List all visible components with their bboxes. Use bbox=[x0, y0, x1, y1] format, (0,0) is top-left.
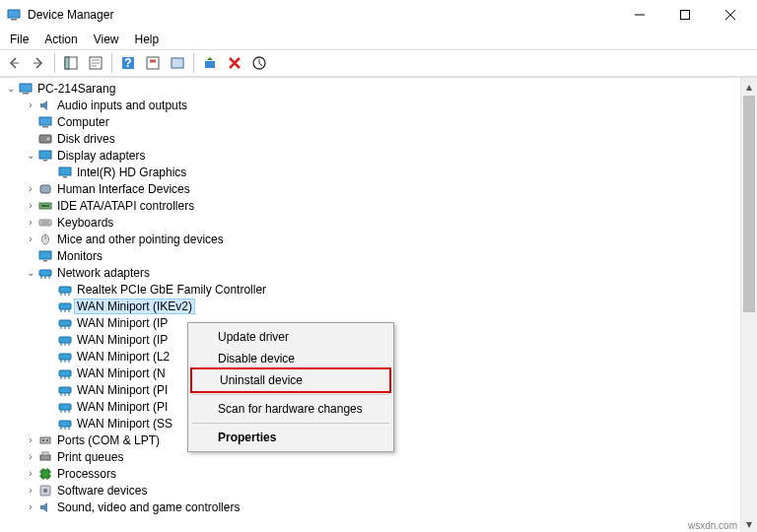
svg-rect-26 bbox=[39, 220, 51, 226]
disclosure-icon[interactable]: › bbox=[24, 217, 37, 228]
scroll-down-icon[interactable]: ▾ bbox=[741, 515, 757, 532]
disclosure-icon[interactable]: › bbox=[24, 200, 37, 211]
tree-device[interactable]: WAN Miniport (IKEv2) bbox=[2, 298, 757, 314]
tree-item-label: Processors bbox=[57, 467, 116, 481]
window-title: Device Manager bbox=[28, 8, 617, 22]
svg-rect-15 bbox=[39, 117, 51, 125]
tree-item-label: Network adapters bbox=[57, 266, 150, 280]
tree-item-label: Software devices bbox=[57, 484, 147, 498]
svg-rect-34 bbox=[59, 337, 71, 343]
scan-hardware-button[interactable] bbox=[198, 51, 222, 75]
toolbar-separator bbox=[193, 53, 194, 73]
app-icon bbox=[6, 7, 22, 23]
tree-item-label: WAN Miniport (PI bbox=[77, 400, 168, 414]
disclosure-icon[interactable]: ⌄ bbox=[4, 83, 18, 94]
tree-item-label: Audio inputs and outputs bbox=[57, 99, 187, 112]
disclosure-icon[interactable]: › bbox=[24, 468, 37, 479]
tree-category[interactable]: Disk drives bbox=[2, 130, 757, 147]
minimize-button[interactable] bbox=[617, 0, 662, 30]
tree-category[interactable]: ›IDE ATA/ATAPI controllers bbox=[2, 197, 757, 214]
disclosure-icon[interactable]: › bbox=[24, 183, 37, 194]
properties-button[interactable] bbox=[84, 51, 107, 75]
svg-rect-8 bbox=[147, 57, 159, 69]
tree-item-label: Display adapters bbox=[57, 149, 145, 163]
tree-category[interactable]: ›Mice and other pointing devices bbox=[2, 231, 757, 247]
network-icon bbox=[57, 349, 73, 365]
back-button[interactable] bbox=[2, 51, 26, 75]
tree-item-label: WAN Miniport (PI bbox=[77, 383, 168, 397]
disclosure-icon[interactable]: › bbox=[24, 100, 37, 110]
computer-icon bbox=[37, 114, 53, 130]
disclosure-icon[interactable]: › bbox=[24, 233, 37, 244]
network-icon bbox=[57, 399, 73, 415]
tree-category[interactable]: Monitors bbox=[2, 247, 757, 264]
svg-rect-19 bbox=[39, 151, 51, 159]
svg-rect-38 bbox=[59, 404, 71, 410]
network-icon bbox=[57, 282, 73, 298]
context-menu-item[interactable]: Update driver bbox=[190, 326, 391, 348]
disclosure-icon[interactable]: › bbox=[24, 501, 37, 512]
software-icon bbox=[37, 483, 53, 499]
action-button-2[interactable] bbox=[166, 51, 189, 75]
ports-icon bbox=[37, 432, 53, 448]
svg-rect-39 bbox=[59, 421, 71, 427]
tree-root[interactable]: ⌄PC-214Sarang bbox=[2, 80, 757, 97]
device-tree-pane: ⌄PC-214Sarang›Audio inputs and outputsCo… bbox=[0, 77, 757, 532]
svg-rect-35 bbox=[59, 354, 71, 360]
tree-item-label: WAN Miniport (N bbox=[77, 366, 166, 380]
mouse-icon bbox=[37, 232, 53, 247]
tree-category[interactable]: ›Keyboards bbox=[2, 214, 757, 231]
tree-category[interactable]: ›Processors bbox=[2, 465, 757, 482]
scroll-up-icon[interactable]: ▴ bbox=[741, 78, 757, 95]
svg-point-42 bbox=[46, 439, 48, 441]
tree-device[interactable]: Intel(R) HD Graphics bbox=[2, 164, 757, 180]
show-hide-tree-button[interactable] bbox=[59, 51, 83, 75]
tree-category[interactable]: ›Human Interface Devices bbox=[2, 180, 757, 197]
scrollbar-thumb[interactable] bbox=[743, 96, 755, 312]
tree-category[interactable]: ⌄Network adapters bbox=[2, 264, 757, 281]
forward-button[interactable] bbox=[27, 51, 50, 75]
svg-rect-23 bbox=[40, 185, 50, 193]
menu-help[interactable]: Help bbox=[127, 31, 168, 48]
svg-point-41 bbox=[42, 439, 44, 441]
disk-icon bbox=[37, 131, 53, 147]
context-menu-item[interactable]: Disable device bbox=[190, 348, 391, 369]
title-bar: Device Manager bbox=[0, 0, 757, 30]
disclosure-icon[interactable]: ⌄ bbox=[24, 150, 37, 161]
svg-rect-9 bbox=[150, 60, 156, 63]
context-menu-item[interactable]: Uninstall device bbox=[190, 367, 391, 393]
disclosure-icon[interactable]: › bbox=[24, 434, 37, 445]
display-icon bbox=[57, 165, 73, 180]
tree-device[interactable]: Realtek PCIe GbE Family Controller bbox=[2, 281, 757, 298]
svg-rect-13 bbox=[20, 84, 32, 92]
tree-category[interactable]: Computer bbox=[2, 113, 757, 130]
svg-rect-4 bbox=[65, 57, 69, 69]
menu-file[interactable]: File bbox=[2, 31, 36, 48]
tree-category[interactable]: ›Audio inputs and outputs bbox=[2, 97, 757, 113]
action-button-1[interactable] bbox=[141, 51, 165, 75]
tree-category[interactable]: ⌄Display adapters bbox=[2, 147, 757, 164]
tree-item-label: Keyboards bbox=[57, 216, 113, 230]
tree-item-label: Human Interface Devices bbox=[57, 182, 190, 196]
disclosure-icon[interactable]: › bbox=[24, 451, 37, 462]
svg-rect-45 bbox=[41, 470, 49, 478]
tree-category[interactable]: ›Sound, video and game controllers bbox=[2, 499, 757, 515]
tree-item-label: WAN Miniport (L2 bbox=[77, 350, 170, 364]
close-button[interactable] bbox=[708, 0, 753, 30]
maximize-button[interactable] bbox=[662, 0, 708, 30]
disclosure-icon[interactable]: ⌄ bbox=[24, 267, 37, 278]
tree-category[interactable]: ›Software devices bbox=[2, 482, 757, 499]
menu-action[interactable]: Action bbox=[36, 31, 85, 48]
disclosure-icon[interactable]: › bbox=[24, 485, 37, 496]
update-driver-button[interactable] bbox=[247, 51, 271, 75]
tree-item-label: PC-214Sarang bbox=[37, 82, 115, 96]
scrollbar-vertical[interactable]: ▴ ▾ bbox=[740, 78, 757, 532]
svg-rect-31 bbox=[59, 287, 71, 293]
context-menu-item[interactable]: Properties bbox=[190, 427, 391, 448]
help-button[interactable]: ? bbox=[116, 51, 140, 75]
uninstall-button[interactable] bbox=[223, 51, 246, 75]
menu-view[interactable]: View bbox=[86, 31, 127, 48]
context-menu-item[interactable]: Scan for hardware changes bbox=[190, 398, 391, 420]
toolbar: ? bbox=[0, 49, 757, 77]
watermark: wsxdn.com bbox=[688, 520, 737, 531]
